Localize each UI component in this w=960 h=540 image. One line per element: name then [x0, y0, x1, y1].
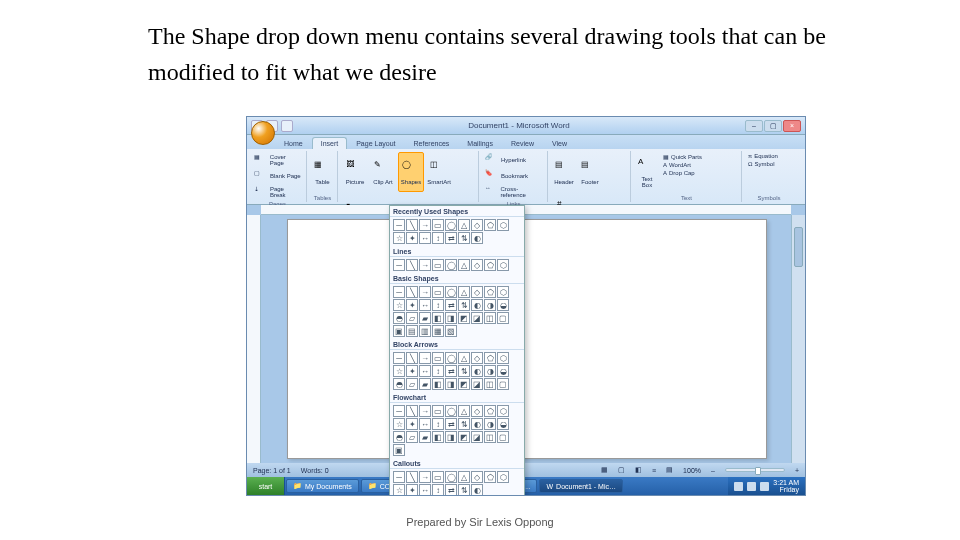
- view-print-layout-icon[interactable]: ▦: [601, 466, 608, 474]
- header-button[interactable]: ▤Header: [552, 152, 576, 192]
- shape-item[interactable]: →: [419, 286, 431, 298]
- shape-item[interactable]: ⇄: [445, 232, 457, 244]
- shape-item[interactable]: ◪: [471, 312, 483, 324]
- shape-item[interactable]: ⇅: [458, 484, 470, 496]
- shape-item[interactable]: ▣: [393, 444, 405, 456]
- taskbar-item-my-documents[interactable]: 📁My Documents: [286, 479, 359, 493]
- shape-item[interactable]: ◐: [471, 232, 483, 244]
- cover-page-button[interactable]: ▦Cover Page: [252, 152, 303, 168]
- page-break-button[interactable]: ⤓Page Break: [252, 184, 303, 200]
- shape-item[interactable]: ╲: [406, 352, 418, 364]
- bookmark-button[interactable]: 🔖Bookmark: [483, 168, 530, 184]
- shape-item[interactable]: ⬠: [484, 471, 496, 483]
- shape-item[interactable]: ◒: [497, 418, 509, 430]
- shape-item[interactable]: ⇅: [458, 418, 470, 430]
- tab-view[interactable]: View: [543, 137, 576, 149]
- shape-item[interactable]: ◨: [445, 312, 457, 324]
- shape-item[interactable]: ▰: [419, 431, 431, 443]
- shape-item[interactable]: ◪: [471, 431, 483, 443]
- shape-item[interactable]: ↕: [432, 299, 444, 311]
- shape-item[interactable]: ⇄: [445, 484, 457, 496]
- shape-item[interactable]: ⬠: [484, 219, 496, 231]
- shape-item[interactable]: ◑: [484, 299, 496, 311]
- footer-button[interactable]: ▤Footer: [578, 152, 602, 192]
- shape-item[interactable]: →: [419, 471, 431, 483]
- document-page[interactable]: [287, 219, 767, 459]
- shape-item[interactable]: △: [458, 352, 470, 364]
- tray-icon[interactable]: [747, 482, 756, 491]
- shape-item[interactable]: ─: [393, 219, 405, 231]
- view-full-screen-icon[interactable]: ▢: [618, 466, 625, 474]
- shape-item[interactable]: →: [419, 405, 431, 417]
- shape-item[interactable]: ◇: [471, 259, 483, 271]
- table-button[interactable]: ▦ Table: [311, 152, 334, 192]
- shape-item[interactable]: ✦: [406, 484, 418, 496]
- shape-item[interactable]: ─: [393, 352, 405, 364]
- shape-item[interactable]: ▣: [393, 325, 405, 337]
- tab-page-layout[interactable]: Page Layout: [347, 137, 404, 149]
- shape-item[interactable]: ◧: [432, 312, 444, 324]
- shape-item[interactable]: ◫: [484, 312, 496, 324]
- shape-item[interactable]: ◯: [445, 219, 457, 231]
- shape-item[interactable]: ↕: [432, 365, 444, 377]
- shape-item[interactable]: ⬠: [484, 405, 496, 417]
- shape-item[interactable]: ✦: [406, 232, 418, 244]
- shape-item[interactable]: △: [458, 286, 470, 298]
- picture-button[interactable]: 🖼Picture: [342, 152, 368, 192]
- taskbar-item-word[interactable]: WDocument1 - Mic…: [539, 479, 623, 493]
- shape-item[interactable]: ▭: [432, 219, 444, 231]
- shape-item[interactable]: ◇: [471, 405, 483, 417]
- shape-item[interactable]: ☆: [393, 299, 405, 311]
- text-box-button[interactable]: AText Box: [635, 152, 659, 192]
- zoom-out-button[interactable]: –: [711, 467, 715, 474]
- view-outline-icon[interactable]: ≡: [652, 467, 656, 474]
- shape-item[interactable]: ▥: [419, 325, 431, 337]
- shape-item[interactable]: ↔: [419, 418, 431, 430]
- shape-item[interactable]: ⬡: [497, 471, 509, 483]
- shape-item[interactable]: ↕: [432, 484, 444, 496]
- quick-parts-button[interactable]: ▦Quick Parts: [661, 152, 704, 161]
- shape-item[interactable]: ◒: [497, 299, 509, 311]
- tab-home[interactable]: Home: [275, 137, 312, 149]
- shape-item[interactable]: ◪: [471, 378, 483, 390]
- shape-item[interactable]: ◧: [432, 378, 444, 390]
- equation-button[interactable]: πEquation: [746, 152, 780, 160]
- shape-item[interactable]: ╲: [406, 286, 418, 298]
- drop-cap-button[interactable]: ADrop Cap: [661, 169, 704, 177]
- shape-item[interactable]: →: [419, 259, 431, 271]
- shape-item[interactable]: ◯: [445, 471, 457, 483]
- shape-item[interactable]: ▦: [432, 325, 444, 337]
- shape-item[interactable]: ◩: [458, 378, 470, 390]
- hyperlink-button[interactable]: 🔗Hyperlink: [483, 152, 528, 168]
- scroll-thumb[interactable]: [794, 227, 803, 267]
- shape-item[interactable]: ☆: [393, 232, 405, 244]
- shape-item[interactable]: ✦: [406, 365, 418, 377]
- shape-item[interactable]: ◫: [484, 431, 496, 443]
- view-draft-icon[interactable]: ▤: [666, 466, 673, 474]
- shape-item[interactable]: ▰: [419, 378, 431, 390]
- shape-item[interactable]: ◯: [445, 352, 457, 364]
- symbol-button[interactable]: ΩSymbol: [746, 160, 777, 168]
- shape-item[interactable]: ◇: [471, 286, 483, 298]
- shape-item[interactable]: ◇: [471, 471, 483, 483]
- zoom-slider[interactable]: [725, 468, 785, 472]
- shape-item[interactable]: ⬠: [484, 352, 496, 364]
- start-button[interactable]: start: [247, 477, 285, 495]
- shape-item[interactable]: ◐: [471, 484, 483, 496]
- shape-item[interactable]: ▧: [445, 325, 457, 337]
- shape-item[interactable]: ✦: [406, 299, 418, 311]
- zoom-in-button[interactable]: +: [795, 467, 799, 474]
- shape-item[interactable]: ─: [393, 286, 405, 298]
- shapes-button[interactable]: ◯Shapes: [398, 152, 424, 192]
- shape-item[interactable]: ▢: [497, 378, 509, 390]
- shape-item[interactable]: ▱: [406, 431, 418, 443]
- shape-item[interactable]: ╲: [406, 471, 418, 483]
- tab-review[interactable]: Review: [502, 137, 543, 149]
- shape-item[interactable]: ▭: [432, 471, 444, 483]
- vertical-ruler[interactable]: [247, 215, 261, 463]
- shape-item[interactable]: ⇅: [458, 299, 470, 311]
- shape-item[interactable]: ◐: [471, 299, 483, 311]
- shape-item[interactable]: ⬡: [497, 352, 509, 364]
- shape-item[interactable]: ◐: [471, 365, 483, 377]
- shape-item[interactable]: →: [419, 219, 431, 231]
